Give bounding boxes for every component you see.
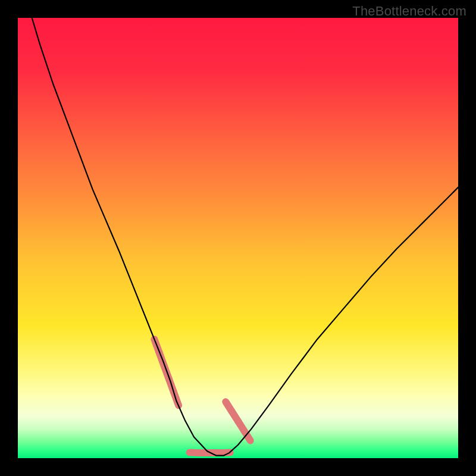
plot-area	[18, 18, 458, 458]
watermark-text: TheBottleneck.com	[352, 4, 466, 19]
chart-frame: TheBottleneck.com	[0, 0, 476, 476]
plot-svg	[18, 18, 458, 458]
gradient-background	[18, 18, 458, 458]
